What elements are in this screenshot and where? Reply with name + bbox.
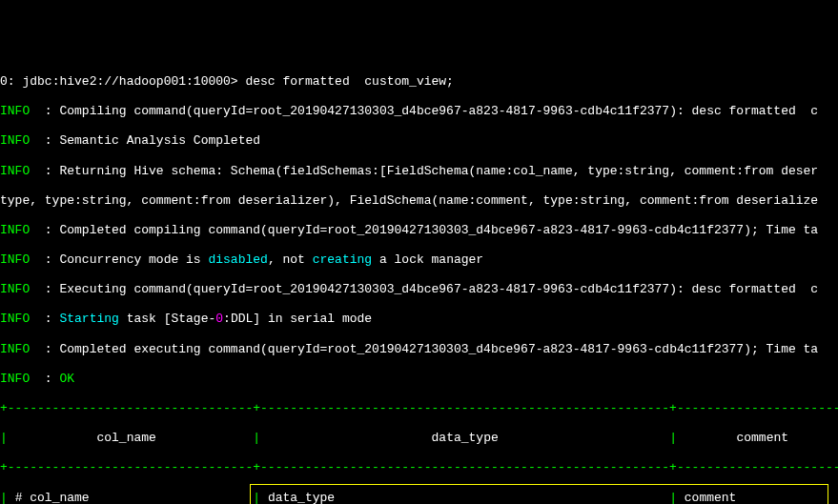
header-col3: comment: [736, 431, 788, 445]
command-input[interactable]: desc formatted custom_view;: [245, 74, 453, 89]
prompt-line[interactable]: 0: jdbc:hive2://hadoop001:10000> desc fo…: [0, 74, 838, 90]
log-line: INFO : Completed compiling command(query…: [0, 223, 838, 238]
log-line: INFO : Compiling command(queryId=root_20…: [0, 104, 838, 119]
log-line: INFO : Starting task [Stage-0:DDL] in se…: [0, 312, 838, 327]
table-separator: +---------------------------------+-----…: [0, 401, 838, 416]
terminal-output: 0: jdbc:hive2://hadoop001:10000> desc fo…: [0, 59, 838, 504]
header-col2: data_type: [432, 431, 499, 445]
log-line: type, type:string, comment:from deserial…: [0, 193, 838, 209]
table-row: | # col_name | data_type | comment |: [0, 491, 838, 504]
log-line: INFO : Executing command(queryId=root_20…: [0, 282, 838, 297]
log-line: INFO : Concurrency mode is disabled, not…: [0, 252, 838, 268]
log-line: INFO : Returning Hive schema: Schema(fie…: [0, 164, 838, 179]
prompt-path: jdbc:hive2://hadoop001:10000: [22, 74, 230, 89]
header-col1: col_name: [96, 431, 155, 445]
log-line: INFO : Semantic Analysis Completed: [0, 133, 838, 149]
log-line: INFO : OK: [0, 372, 838, 387]
table-header-row: | col_name | data_type | comment |: [0, 431, 838, 446]
log-line: INFO : Completed executing command(query…: [0, 342, 838, 357]
table-separator: +---------------------------------+-----…: [0, 460, 838, 475]
prompt-number: 0: [0, 74, 8, 89]
